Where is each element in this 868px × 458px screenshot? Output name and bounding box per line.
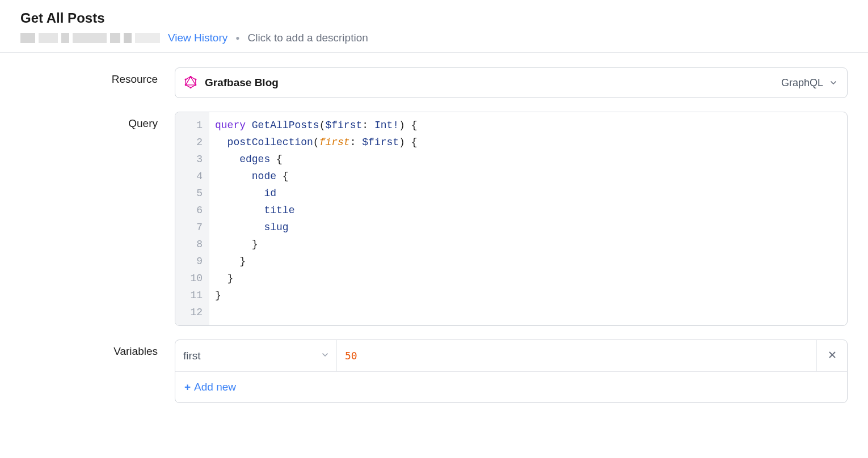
variable-key-label: first: [183, 350, 201, 362]
variable-value-cell: [337, 340, 816, 371]
resource-label: Resource: [20, 67, 175, 86]
chevron-down-icon: [829, 78, 838, 87]
svg-point-4: [195, 84, 196, 86]
separator-dot: ●: [235, 34, 239, 42]
plus-icon: +: [184, 381, 191, 393]
redacted-meta: [20, 33, 160, 43]
svg-marker-1: [186, 77, 196, 85]
page-title: Get All Posts: [20, 10, 848, 26]
query-label: Query: [20, 112, 175, 130]
resource-name: Grafbase Blog: [205, 77, 781, 89]
subheader: View History ● Click to add a descriptio…: [20, 32, 848, 44]
svg-point-6: [185, 84, 187, 86]
resource-select[interactable]: Grafbase Blog GraphQL: [175, 67, 848, 98]
chevron-down-icon: [321, 350, 330, 362]
variables-box: first + Add: [175, 340, 848, 403]
svg-point-7: [185, 78, 187, 80]
remove-variable-button[interactable]: [816, 340, 847, 371]
query-editor[interactable]: 123456789101112 query GetAllPosts($first…: [175, 112, 848, 326]
variable-key-select[interactable]: first: [175, 340, 337, 371]
add-new-label: Add new: [194, 381, 236, 393]
close-icon: [827, 350, 837, 362]
description-input[interactable]: Click to add a description: [247, 32, 368, 44]
variables-label: Variables: [20, 340, 175, 358]
view-history-link[interactable]: View History: [168, 32, 227, 44]
variable-row: first: [175, 340, 847, 372]
code-content[interactable]: query GetAllPosts($first: Int!) { postCo…: [209, 112, 847, 325]
add-variable-button[interactable]: + Add new: [175, 372, 847, 402]
graphql-icon: [184, 76, 197, 90]
svg-point-3: [195, 78, 196, 80]
resource-type: GraphQL: [781, 77, 823, 89]
variable-value-input[interactable]: [345, 350, 808, 362]
line-number-gutter: 123456789101112: [175, 112, 209, 325]
